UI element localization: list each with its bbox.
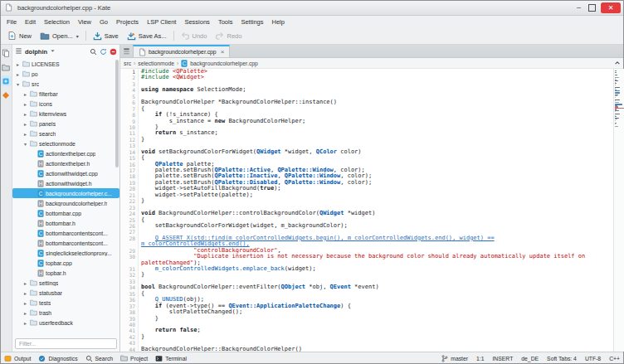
new-button[interactable]: New <box>3 29 36 42</box>
tree-folder-trash[interactable]: ▸trash <box>12 308 119 318</box>
tree-folder-filterbar[interactable]: ▸filterbar <box>12 89 119 99</box>
tree-file-topbar-cpp[interactable]: Ctopbar.cpp <box>12 258 119 268</box>
tree-folder-src[interactable]: ▾src <box>12 79 119 89</box>
open-button[interactable]: Open...▾ <box>36 30 83 42</box>
h-file-icon: H <box>37 240 44 247</box>
tree-file-bottombar-cpp[interactable]: Cbottombar.cpp <box>12 208 119 218</box>
menu-lsp-client[interactable]: LSP Client <box>143 18 180 26</box>
minimize-button[interactable]: – <box>574 2 583 13</box>
tree-file-actionwithwidget-cpp[interactable]: Cactionwithwidget.cpp <box>12 168 119 178</box>
expand-arrow-icon[interactable]: ▸ <box>22 310 28 316</box>
code-line: 31 m_colorControlledWidgets.emplace_back… <box>120 266 613 272</box>
status-soft-tabs-4[interactable]: Soft Tabs: 4 <box>547 356 577 362</box>
code-editor[interactable]: 1#include <QPalette>2#include <QWidget>3… <box>120 69 613 352</box>
view-switch-icon[interactable] <box>614 60 621 66</box>
breadcrumb-src[interactable]: src <box>124 61 131 66</box>
collapse-arrow-icon[interactable]: ▾ <box>22 141 28 147</box>
status-diagnostics[interactable]: Diagnostics <box>38 355 77 362</box>
expand-arrow-icon[interactable]: ▸ <box>15 71 21 77</box>
menu-sessions[interactable]: Sessions <box>180 18 213 26</box>
status-project[interactable]: Project <box>120 355 148 362</box>
tree-file-actiontexthelper-cpp[interactable]: Cactiontexthelper.cpp <box>12 148 119 158</box>
menu-go[interactable]: Go <box>95 18 112 26</box>
menu-tools[interactable]: Tools <box>214 18 237 26</box>
status-utf-8[interactable]: UTF-8 <box>585 356 601 362</box>
menu-view[interactable]: View <box>74 18 95 26</box>
tree-file-topbar-h[interactable]: Htopbar.h <box>12 268 119 278</box>
tree-folder-panels[interactable]: ▸panels <box>12 119 119 129</box>
project-name[interactable]: dolphin <box>25 48 47 56</box>
menu-projects[interactable]: Projects <box>112 18 143 26</box>
expand-arrow-icon[interactable]: ▸ <box>15 61 21 67</box>
status-de-de[interactable]: de_DE <box>521 356 539 362</box>
status-terminal[interactable]: Terminal <box>155 355 187 362</box>
expand-arrow-icon[interactable]: ▸ <box>22 111 28 117</box>
status-search[interactable]: Search <box>85 355 114 362</box>
tree-folder-tests[interactable]: ▸tests <box>12 298 119 308</box>
tree-folder-icons[interactable]: ▸icons <box>12 99 119 109</box>
tree-item-label: panels <box>39 121 56 127</box>
tree-scrollbar[interactable] <box>115 60 119 167</box>
tree-file-bottombarcontentscont[interactable]: Cbottombarcontentscont... <box>12 228 119 238</box>
tree-folder-kitemviews[interactable]: ▸kitemviews <box>12 109 119 119</box>
menu-help[interactable]: Help <box>268 18 289 26</box>
expand-arrow-icon[interactable]: ▸ <box>22 300 28 306</box>
code-line: 42} <box>120 334 613 340</box>
tree-file-singleclickselectionproxy[interactable]: Csingleclickselectionproxy... <box>12 248 119 258</box>
menu-settings[interactable]: Settings <box>236 18 267 26</box>
expand-arrow-icon[interactable]: ▸ <box>22 101 28 107</box>
filter-input[interactable] <box>15 338 117 349</box>
project-selector-arrow-icon[interactable] <box>50 48 56 56</box>
projects-tool-button[interactable] <box>1 75 12 86</box>
tab-close-icon[interactable]: × <box>221 48 225 56</box>
filesystem-tool-button[interactable] <box>1 61 12 72</box>
expand-arrow-icon[interactable]: ▸ <box>22 280 28 286</box>
expand-arrow-icon[interactable]: ▸ <box>22 91 28 97</box>
breadcrumb-selectionmode[interactable]: selectionmode <box>138 61 174 66</box>
tree-folder-licenses[interactable]: ▸LICENSES <box>12 59 119 69</box>
status-c[interactable]: C++ <box>609 356 620 362</box>
documents-tool-button[interactable] <box>1 47 12 58</box>
status-1-1[interactable]: 1:1 <box>476 356 484 362</box>
expand-arrow-icon[interactable]: ▸ <box>22 121 28 127</box>
status-master[interactable]: master <box>441 355 468 362</box>
project-tree-icon[interactable] <box>15 47 22 56</box>
tree-file-backgroundcolorhelper-c[interactable]: Cbackgroundcolorhelper.c... <box>12 188 119 198</box>
tree-file-actionwithwidget-h[interactable]: Hactionwithwidget.h <box>12 178 119 188</box>
tree-folder-selectionmode[interactable]: ▾selectionmode <box>12 138 119 148</box>
tab-list-icon[interactable] <box>120 45 133 57</box>
tree-folder-userfeedback[interactable]: ▸userfeedback <box>12 318 119 328</box>
expand-arrow-icon[interactable]: ▸ <box>22 290 28 296</box>
tree-folder-settings[interactable]: ▸settings <box>12 278 119 288</box>
expand-arrow-icon[interactable]: ▸ <box>22 131 28 137</box>
tree-file-backgroundcolorhelper-h[interactable]: Hbackgroundcolorhelper.h <box>12 198 119 208</box>
line-number: 38 <box>120 309 139 315</box>
breadcrumb-backgroundcolorhelper-cpp[interactable]: backgroundcolorhelper.cpp <box>190 61 258 66</box>
tree-file-actiontexthelper-h[interactable]: Hactiontexthelper.h <box>12 158 119 168</box>
tree-folder-po[interactable]: ▸po <box>12 69 119 79</box>
collapse-arrow-icon[interactable]: ▾ <box>15 81 21 87</box>
tab-backgroundcolorhelper-cpp[interactable]: backgroundcolorhelper.cpp × <box>133 45 230 57</box>
tree-folder-search[interactable]: ▸search <box>12 129 119 138</box>
tree-file-bottombar-h[interactable]: Hbottombar.h <box>12 218 119 228</box>
tree-item-label: statusbar <box>39 290 62 296</box>
save-as-button[interactable]: Save As... <box>123 30 171 42</box>
close-icon[interactable] <box>110 48 117 56</box>
git-tool-button[interactable] <box>1 90 12 100</box>
search-icon[interactable] <box>90 48 97 56</box>
project-icon <box>120 355 128 362</box>
menu-selection[interactable]: Selection <box>40 18 74 26</box>
tree-folder-statusbar[interactable]: ▸statusbar <box>12 288 119 298</box>
tree-file-bottombarcontentscont[interactable]: Hbottombarcontentscont... <box>12 238 119 248</box>
scrollbar-minimap[interactable] <box>613 69 624 352</box>
close-button[interactable]: ✕ <box>601 2 621 13</box>
maximize-button[interactable] <box>588 4 596 12</box>
save-button[interactable]: Save <box>89 30 123 42</box>
refresh-icon[interactable] <box>100 48 107 56</box>
status-insert[interactable]: INSERT <box>492 356 513 362</box>
minimap-line <box>615 75 617 75</box>
status-output[interactable]: Output <box>4 355 31 362</box>
expand-arrow-icon[interactable]: ▸ <box>22 320 28 326</box>
menu-file[interactable]: File <box>2 18 21 26</box>
menu-edit[interactable]: Edit <box>21 18 40 26</box>
